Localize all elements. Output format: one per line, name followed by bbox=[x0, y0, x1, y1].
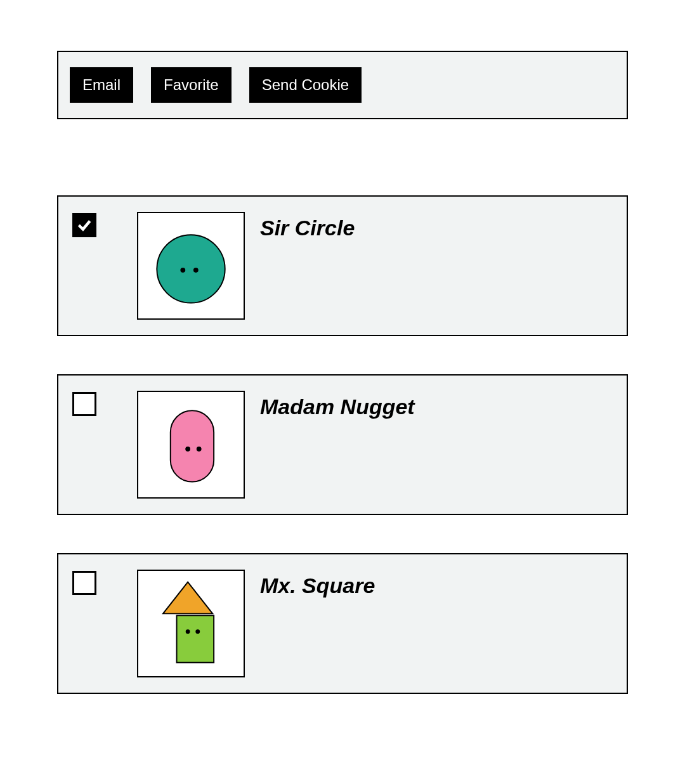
item-name: Madam Nugget bbox=[260, 395, 415, 419]
svg-point-2 bbox=[193, 268, 199, 273]
select-checkbox[interactable] bbox=[72, 213, 96, 237]
svg-marker-6 bbox=[163, 582, 212, 614]
circle-avatar-icon bbox=[138, 212, 244, 320]
svg-rect-3 bbox=[171, 410, 214, 481]
item-name: Mx. Square bbox=[260, 573, 375, 598]
svg-point-1 bbox=[180, 268, 185, 273]
list-item: Sir Circle bbox=[57, 195, 628, 336]
favorite-button[interactable]: Favorite bbox=[151, 67, 232, 103]
item-list: Sir Circle Madam Nugget bbox=[57, 195, 628, 694]
svg-point-0 bbox=[157, 235, 225, 303]
action-toolbar: Email Favorite Send Cookie bbox=[57, 51, 628, 119]
email-button[interactable]: Email bbox=[70, 67, 133, 103]
send-cookie-button[interactable]: Send Cookie bbox=[249, 67, 362, 103]
avatar bbox=[137, 212, 245, 320]
avatar bbox=[137, 570, 245, 677]
svg-rect-7 bbox=[177, 615, 214, 662]
svg-point-8 bbox=[186, 629, 190, 634]
check-icon bbox=[76, 217, 93, 233]
list-item: Madam Nugget bbox=[57, 374, 628, 515]
item-name: Sir Circle bbox=[260, 216, 355, 240]
svg-point-9 bbox=[195, 629, 200, 634]
select-checkbox[interactable] bbox=[72, 392, 96, 416]
list-item: Mx. Square bbox=[57, 553, 628, 694]
nugget-avatar-icon bbox=[138, 391, 244, 499]
select-checkbox[interactable] bbox=[72, 571, 96, 595]
svg-point-4 bbox=[185, 447, 190, 452]
avatar bbox=[137, 391, 245, 499]
square-avatar-icon bbox=[138, 570, 244, 677]
svg-point-5 bbox=[197, 447, 202, 452]
